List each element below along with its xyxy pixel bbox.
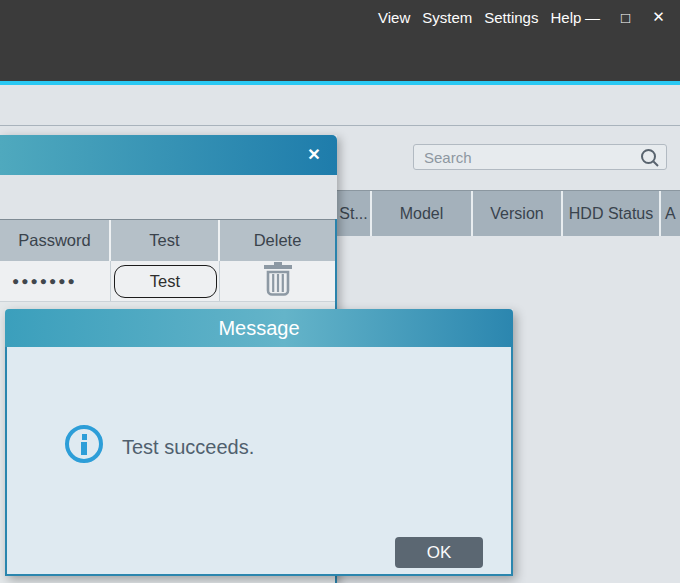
close-icon[interactable]: ✕ [642,5,675,29]
column-hdd-status: HDD Status [563,191,661,236]
accent-divider [0,81,680,85]
app-window: View System Settings Help — □ ✕ St... Mo… [0,0,680,583]
message-text: Test succeeds. [122,436,254,459]
trash-icon[interactable] [261,261,295,301]
search-box [413,144,667,170]
info-icon-dot [82,434,87,440]
test-button[interactable]: Test [114,265,217,298]
message-dialog: Message Test succeeds. OK [5,309,513,576]
edit-table-header: Password Test Delete [0,219,335,261]
test-cell: Test [111,261,220,301]
minimize-icon[interactable]: — [576,5,609,29]
dialog-close-icon[interactable]: ✕ [303,143,325,165]
message-dialog-body: Test succeeds. OK [5,347,513,576]
maximize-icon[interactable]: □ [609,5,642,29]
message-dialog-title: Message [218,317,299,340]
column-status: St... [337,191,372,236]
device-table-header: St... Model Version HDD Status A [337,190,680,236]
menu-settings[interactable]: Settings [483,7,539,29]
info-icon-stem [81,442,87,455]
column-password: Password [0,220,111,261]
column-model: Model [372,191,473,236]
column-truncated: A [661,191,680,236]
info-icon [65,425,103,463]
search-icon[interactable] [639,147,661,173]
edit-device-table: Password Test Delete ●●●●●●● Test [0,219,335,302]
menubar: View System Settings Help [377,7,582,29]
ok-button[interactable]: OK [395,537,483,568]
menu-view[interactable]: View [377,7,411,29]
menu-system[interactable]: System [421,7,473,29]
window-controls: — □ ✕ [576,5,675,29]
toolbar-divider [0,125,680,126]
table-row: ●●●●●●● Test [0,261,335,302]
delete-cell [220,261,335,301]
column-version: Version [473,191,563,236]
column-test: Test [111,220,220,261]
search-input[interactable] [414,145,666,169]
edit-dialog-titlebar: ✕ [0,135,337,175]
message-dialog-titlebar: Message [5,309,513,347]
password-masked-value: ●●●●●●● [0,261,111,301]
titlebar: View System Settings Help — □ ✕ [0,0,680,81]
column-delete: Delete [220,220,335,261]
